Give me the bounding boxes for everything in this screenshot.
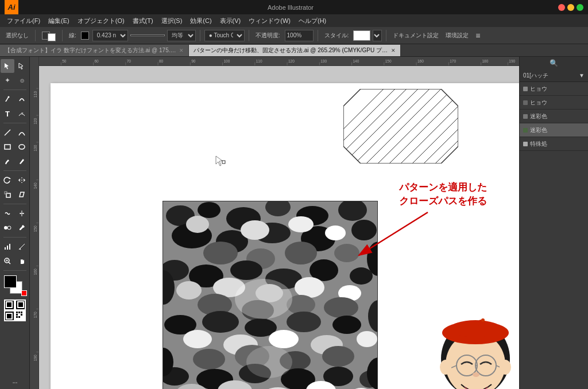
panel-item-4[interactable]: 特殊処: [520, 137, 588, 151]
tab-composite-font[interactable]: 【合成フォント】イラ 数字だけフォントを変える方法.ai @ 175.32% (…: [0, 45, 189, 56]
curvature-tool-button[interactable]: [15, 92, 29, 106]
svg-point-122: [176, 281, 202, 299]
svg-text:140: 140: [33, 182, 37, 189]
style-select[interactable]: [373, 30, 382, 41]
panel-item-0[interactable]: ヒョウ: [520, 82, 588, 96]
tab-pattern-move[interactable]: パターンの中身だけ移動、固定させる方法.ai @ 265.29% (CMYK/G…: [189, 45, 401, 56]
menu-window[interactable]: ウィンドウ(W): [245, 15, 294, 26]
width-tool-button[interactable]: [15, 207, 29, 220]
svg-text:150: 150: [33, 225, 37, 232]
toolbar-separator-6: [386, 30, 386, 41]
window-title: Adobe Illustrator: [23, 4, 558, 11]
selection-indicator: 選択なし: [3, 30, 31, 41]
tab-close-1[interactable]: ✕: [179, 48, 184, 53]
svg-point-130: [324, 297, 358, 318]
stroke-type-select[interactable]: 均等: [167, 30, 196, 41]
menu-help[interactable]: ヘルプ(H): [295, 15, 330, 26]
close-button[interactable]: [558, 4, 565, 11]
document-canvas[interactable]: パターンを適用した クローズパスを作る: [39, 66, 519, 389]
svg-point-4: [19, 145, 25, 149]
menu-type[interactable]: 書式(T): [129, 15, 157, 26]
menu-object[interactable]: オブジェクト(O): [74, 15, 128, 26]
rotate-tool-button[interactable]: [1, 173, 14, 187]
menu-effect[interactable]: 効果(C): [187, 15, 215, 26]
panel-item-3[interactable]: 迷彩色: [520, 123, 588, 137]
rect-tool-button[interactable]: [1, 140, 14, 154]
foreground-color-box[interactable]: [4, 275, 17, 288]
doc-settings-button[interactable]: ドキュメント設定: [390, 30, 441, 41]
panel-item-1[interactable]: ヒョウ: [520, 96, 588, 110]
panel-item-label-4: 特殊処: [530, 140, 547, 148]
panel-header: 01[ハッチ ▼: [520, 69, 588, 82]
selection-tool-button[interactable]: [1, 59, 14, 73]
extra-options-button[interactable]: ≡: [473, 30, 482, 41]
fill-swatch[interactable]: [40, 29, 58, 42]
svg-text:170: 170: [33, 312, 37, 318]
tab-label-2: パターンの中身だけ移動、固定させる方法.ai @ 265.29% (CMYK/G…: [194, 46, 389, 55]
maximize-button[interactable]: [577, 4, 583, 11]
warp-group: [1, 207, 29, 220]
menu-view[interactable]: 表示(V): [216, 15, 245, 26]
ruler-top: 50 60 70 80 90 100 110 120 130 140: [39, 57, 519, 66]
minimize-button[interactable]: [567, 4, 574, 11]
stroke-width-select[interactable]: 0.423 n: [92, 30, 128, 41]
reflect-tool-button[interactable]: [15, 173, 29, 187]
tab-bar: 【合成フォント】イラ 数字だけフォントを変える方法.ai @ 175.32% (…: [0, 44, 588, 57]
pencil-tool-button[interactable]: [15, 154, 29, 168]
menu-file[interactable]: ファイル(F): [3, 15, 44, 26]
menu-select[interactable]: 選択(S): [158, 15, 186, 26]
blend-tool-button[interactable]: [1, 221, 14, 235]
panel-item-2[interactable]: 迷彩色: [520, 110, 588, 123]
warp-tool-button[interactable]: [1, 207, 14, 220]
eyedropper-tool-button[interactable]: [15, 221, 29, 235]
stroke-swatch[interactable]: [81, 32, 89, 40]
graph-tool-button[interactable]: [1, 240, 14, 254]
direct-select-tool-button[interactable]: [15, 59, 29, 73]
toolbar-separator-4: [249, 30, 249, 41]
panel-collapse-icon[interactable]: ▼: [579, 72, 585, 79]
canvas-area[interactable]: 110 120 130 140 150 160 170 190: [30, 57, 519, 389]
toolbar-separator-1: [35, 30, 36, 41]
magic-wand-tool-button[interactable]: ✦: [1, 73, 14, 87]
svg-text:190: 190: [33, 355, 37, 361]
measure-tool-button[interactable]: [15, 240, 29, 254]
touch-select[interactable]: ● Touch C...: [204, 30, 245, 41]
panel-search-bar[interactable]: 🔍: [520, 57, 588, 69]
pen-tool-button[interactable]: [1, 92, 14, 106]
ellipse-tool-button[interactable]: [15, 140, 29, 154]
menu-edit[interactable]: 編集(E): [45, 15, 73, 26]
svg-point-174: [481, 318, 485, 322]
env-settings-button[interactable]: 環境設定: [443, 30, 471, 41]
more-tools-button[interactable]: ···: [12, 378, 17, 387]
rotate-group: [1, 173, 29, 187]
arc-tool-button[interactable]: [15, 126, 29, 139]
svg-point-136: [183, 330, 212, 348]
type-on-path-button[interactable]: T: [15, 107, 29, 120]
tool-sep-5: [3, 237, 26, 238]
type-tool-button[interactable]: T: [1, 107, 14, 120]
scale-tool-button[interactable]: [1, 188, 14, 201]
annotation-container: パターンを適用した クローズパスを作る: [399, 181, 487, 208]
svg-point-138: [269, 330, 299, 348]
svg-line-2: [5, 130, 10, 135]
panel-item-label-3: 迷彩色: [530, 126, 547, 134]
paintbrush-tool-button[interactable]: [1, 154, 14, 168]
panel-item-label-0: ヒョウ: [530, 85, 547, 93]
window-controls[interactable]: [558, 4, 583, 11]
search-icon: 🔍: [550, 59, 558, 67]
svg-point-135: [332, 316, 361, 334]
zoom-tool-button[interactable]: [1, 254, 14, 268]
style-swatch[interactable]: [353, 30, 370, 41]
shear-tool-button[interactable]: [15, 188, 29, 201]
svg-line-168: [359, 212, 428, 255]
color-selector[interactable]: [4, 275, 26, 295]
swap-colors-icon[interactable]: [21, 290, 27, 296]
tab-close-2[interactable]: ✕: [391, 48, 396, 53]
lasso-tool-button[interactable]: ⌾: [15, 73, 29, 87]
line-tool-button[interactable]: [1, 126, 14, 139]
opacity-input[interactable]: [285, 30, 314, 41]
svg-rect-183: [222, 161, 225, 164]
panel-item-dot-0: [523, 87, 528, 91]
hand-tool-button[interactable]: [15, 254, 29, 268]
stroke-color-box[interactable]: [48, 33, 56, 41]
